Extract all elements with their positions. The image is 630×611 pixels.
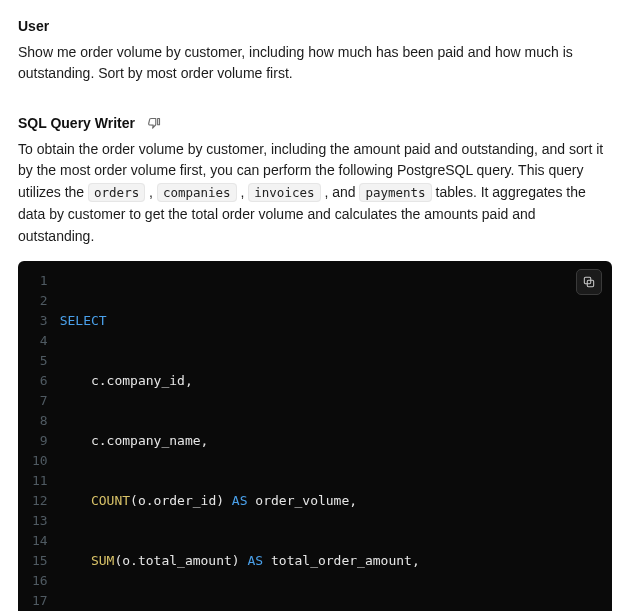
code-block: 12345678910111213141516171819 SELECT c.c… — [18, 261, 612, 611]
inline-code-orders: orders — [88, 183, 145, 202]
sep: , — [237, 184, 249, 200]
code-line: COUNT(o.order_id) AS order_volume, — [60, 491, 596, 511]
assistant-role-label: SQL Query Writer — [18, 113, 612, 135]
assistant-role-text: SQL Query Writer — [18, 113, 135, 135]
assistant-turn: SQL Query Writer To obtain the order vol… — [18, 113, 612, 611]
line-number: 1 — [32, 271, 48, 291]
user-message-text: Show me order volume by customer, includ… — [18, 42, 612, 85]
line-number: 8 — [32, 411, 48, 431]
line-number: 17 — [32, 591, 48, 611]
code-area[interactable]: 12345678910111213141516171819 SELECT c.c… — [18, 261, 612, 611]
line-number: 15 — [32, 551, 48, 571]
line-number: 7 — [32, 391, 48, 411]
line-number: 5 — [32, 351, 48, 371]
line-number: 3 — [32, 311, 48, 331]
line-number: 13 — [32, 511, 48, 531]
thumbs-down-icon[interactable] — [147, 116, 162, 131]
line-number: 11 — [32, 471, 48, 491]
line-number: 4 — [32, 331, 48, 351]
code-line: c.company_id, — [60, 371, 596, 391]
line-number: 16 — [32, 571, 48, 591]
inline-code-invoices: invoices — [248, 183, 320, 202]
line-number-gutter: 12345678910111213141516171819 — [18, 271, 60, 611]
user-role-label: User — [18, 16, 612, 38]
code-line: SUM(o.total_amount) AS total_order_amoun… — [60, 551, 596, 571]
inline-code-payments: payments — [359, 183, 431, 202]
line-number: 9 — [32, 431, 48, 451]
line-number: 12 — [32, 491, 48, 511]
assistant-message-text: To obtain the order volume by customer, … — [18, 139, 612, 247]
line-number: 2 — [32, 291, 48, 311]
line-number: 14 — [32, 531, 48, 551]
sep: , — [145, 184, 157, 200]
copy-code-button[interactable] — [576, 269, 602, 295]
line-number: 10 — [32, 451, 48, 471]
copy-icon — [582, 275, 596, 289]
code-line: SELECT — [60, 311, 596, 331]
user-turn: User Show me order volume by customer, i… — [18, 16, 612, 85]
sep: , and — [321, 184, 360, 200]
code-line: c.company_name, — [60, 431, 596, 451]
line-number: 6 — [32, 371, 48, 391]
code-lines: SELECT c.company_id, c.company_name, COU… — [60, 271, 612, 611]
inline-code-companies: companies — [157, 183, 237, 202]
